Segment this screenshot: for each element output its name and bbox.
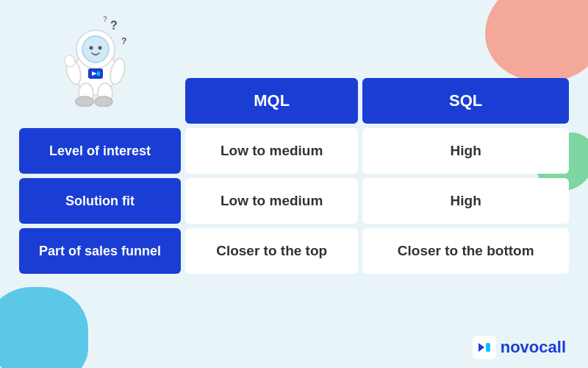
- comparison-table-wrapper: MQL SQL Level of interestLow to mediumHi…: [15, 74, 573, 331]
- row-label-1: Solution fit: [19, 178, 181, 224]
- table-row-1: Solution fitLow to mediumHigh: [19, 178, 569, 224]
- row-mql-2: Closer to the top: [185, 228, 358, 274]
- row-sql-2: Closer to the bottom: [362, 228, 569, 274]
- table-row-2: Part of sales funnelCloser to the topClo…: [19, 228, 569, 274]
- svg-rect-20: [486, 343, 490, 352]
- svg-point-5: [82, 36, 109, 63]
- comparison-table: MQL SQL Level of interestLow to mediumHi…: [15, 74, 573, 278]
- row-sql-1: High: [362, 178, 569, 224]
- svg-text:?: ?: [110, 19, 118, 32]
- empty-header-cell: [19, 78, 181, 124]
- svg-point-6: [90, 46, 93, 50]
- row-label-2: Part of sales funnel: [19, 228, 181, 274]
- logo-text-dark: novo: [501, 338, 539, 356]
- sql-header: SQL: [362, 78, 569, 124]
- row-sql-0: High: [362, 128, 569, 174]
- svg-text:?: ?: [121, 36, 126, 46]
- row-label-0: Level of interest: [19, 128, 181, 174]
- svg-point-7: [98, 46, 102, 50]
- logo-text: novocall: [501, 338, 566, 357]
- novocall-logo: novocall: [473, 336, 566, 359]
- logo-icon: [473, 336, 496, 359]
- main-container: ? ? ?: [0, 0, 588, 368]
- row-mql-0: Low to medium: [185, 128, 358, 174]
- table-row-0: Level of interestLow to mediumHigh: [19, 128, 569, 174]
- row-mql-1: Low to medium: [185, 178, 358, 224]
- logo-text-blue: call: [539, 338, 566, 356]
- svg-text:?: ?: [103, 15, 107, 24]
- mql-header: MQL: [185, 78, 358, 124]
